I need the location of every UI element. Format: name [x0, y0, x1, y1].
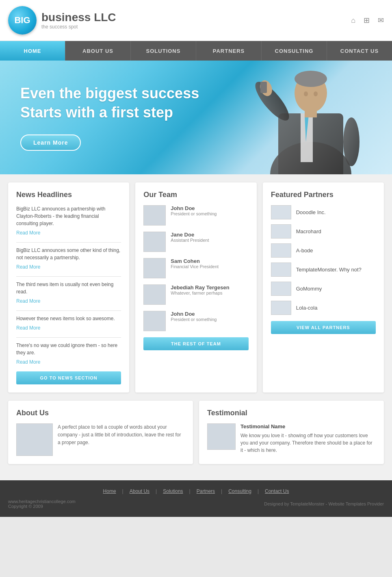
partner-logo	[271, 262, 291, 277]
news-card: News Headlines BigBiz LLC announces a pa…	[8, 182, 129, 393]
svg-rect-12	[305, 109, 317, 117]
svg-point-7	[295, 71, 327, 87]
news-item: BigBiz LLC announces some other kind of …	[16, 247, 121, 270]
testimonial-card: Testimonial Testimonial Name We know you…	[199, 401, 384, 464]
footer-link-consulting[interactable]: Consulting	[222, 488, 258, 494]
footer-bottom: www.heritagechristiancollege.comCopyrigh…	[8, 499, 384, 509]
read-more-link[interactable]: Read More	[16, 230, 40, 236]
member-name: Jebediah Ray Tergesen	[171, 284, 229, 291]
main-content: News Headlines BigBiz LLC announces a pa…	[0, 174, 392, 480]
news-text: There's no way we could ignore them - so…	[16, 342, 121, 356]
read-more-link[interactable]: Read More	[16, 298, 40, 304]
nav-solutions[interactable]: SOLUTIONS	[131, 41, 196, 61]
team-photo	[143, 311, 166, 331]
svg-rect-11	[260, 82, 267, 93]
footer-link-solutions[interactable]: Solutions	[157, 488, 189, 494]
read-more-link[interactable]: Read More	[16, 325, 40, 331]
svg-point-8	[304, 91, 308, 96]
footer-credit: Designed by TemplateMonster - Website Te…	[264, 501, 384, 506]
footer-nav: Home | About Us | Solutions | Partners |…	[8, 488, 384, 494]
member-title: President or something	[171, 317, 217, 322]
team-info: John Doe President or something	[171, 205, 217, 216]
partner-logo	[271, 224, 291, 239]
logo-icon[interactable]: BIG	[8, 6, 37, 35]
news-cta-button[interactable]: GO TO NEWS SECTION	[16, 371, 121, 384]
news-text: BigBiz LLC announces some other kind of …	[16, 247, 121, 261]
news-item: However these news items look so awesome…	[16, 315, 121, 331]
hero-section: Even the biggest success Starts with a f…	[0, 61, 392, 174]
news-item: The third news item is usually not even …	[16, 281, 121, 304]
footer-link-about[interactable]: About Us	[123, 488, 156, 494]
partner-item: A-bode	[271, 243, 376, 258]
about-title: About Us	[16, 409, 185, 417]
team-photo	[143, 232, 166, 252]
team-member: Jane Doe Assistant President	[143, 232, 248, 252]
read-more-link[interactable]: Read More	[16, 359, 40, 365]
news-title: News Headlines	[16, 191, 121, 199]
read-more-link[interactable]: Read More	[16, 264, 40, 270]
testimonial-content: Testimonial Name We know you love it - s…	[207, 423, 376, 454]
team-info: Jebediah Ray Tergesen Whatever, farmer p…	[171, 284, 229, 295]
about-card: About Us A perfect place to tell a coupl…	[8, 401, 193, 464]
team-photo	[143, 205, 166, 226]
nav-consulting[interactable]: CONSULTING	[262, 41, 327, 61]
bottom-section: About Us A perfect place to tell a coupl…	[8, 401, 384, 464]
mail-icon[interactable]: ✉	[378, 16, 384, 25]
partners-card: Featured Partners Dooodle Inc. Macrohard…	[263, 182, 384, 393]
nav-partners[interactable]: PARTNERS	[196, 41, 262, 61]
about-photo	[16, 423, 53, 456]
logo-text-area: business LLC the success spot	[41, 11, 116, 30]
news-text: However these news items look so awesome…	[16, 315, 121, 322]
team-card: Our Team John Doe President or something…	[135, 182, 256, 393]
hero-headline: Even the biggest success Starts with a f…	[20, 84, 199, 122]
partner-logo	[271, 205, 291, 219]
columns-section: News Headlines BigBiz LLC announces a pa…	[8, 182, 384, 393]
footer-link-home[interactable]: Home	[97, 488, 122, 494]
svg-point-4	[250, 77, 294, 125]
partner-name: Lola-cola	[296, 305, 318, 311]
nav-contact[interactable]: CONTACT US	[327, 41, 392, 61]
footer-link-contact[interactable]: Contact Us	[259, 488, 295, 494]
nav-about[interactable]: ABOUT US	[65, 41, 131, 61]
team-member: Sam Cohen Financial Vice President	[143, 258, 248, 278]
footer-link-partners[interactable]: Partners	[191, 488, 221, 494]
team-member: John Doe President or something	[143, 205, 248, 226]
testimonial-title: Testimonial	[207, 409, 376, 417]
logo-text: BIG	[14, 15, 30, 26]
separator	[16, 276, 121, 277]
news-item: There's no way we could ignore them - so…	[16, 342, 121, 365]
member-title: President or something	[171, 211, 217, 216]
team-member: Jebediah Ray Tergesen Whatever, farmer p…	[143, 284, 248, 305]
team-cta-button[interactable]: THE REST OF TEAM	[143, 337, 248, 350]
partners-title: Featured Partners	[271, 191, 376, 199]
team-member: John Doe President or something	[143, 311, 248, 331]
partner-item: Dooodle Inc.	[271, 205, 376, 219]
partner-name: Macrohard	[296, 228, 321, 234]
member-name: Jane Doe	[171, 232, 209, 238]
site-header: BIG business LLC the success spot ⌂ ⊞ ✉	[0, 0, 392, 41]
grid-icon[interactable]: ⊞	[364, 16, 370, 25]
testimonial-photo	[207, 423, 236, 450]
hero-image	[213, 61, 384, 174]
testimonial-body: We know you love it - showing off how yo…	[240, 432, 376, 454]
company-tagline: the success spot	[41, 24, 116, 30]
team-info: Jane Doe Assistant President	[171, 232, 209, 243]
header-icons: ⌂ ⊞ ✉	[351, 16, 384, 25]
partner-item: Macrohard	[271, 224, 376, 239]
hero-line2: Starts with a first step	[20, 104, 173, 121]
nav-home[interactable]: HOME	[0, 41, 65, 61]
member-title: Whatever, farmer perhaps	[171, 291, 229, 295]
hero-text: Even the biggest success Starts with a f…	[0, 68, 219, 167]
partner-name: TemplateMonster. Why not?	[296, 267, 362, 273]
home-icon[interactable]: ⌂	[351, 16, 355, 25]
site-footer: Home | About Us | Solutions | Partners |…	[0, 480, 392, 517]
partner-item: Lola-cola	[271, 301, 376, 315]
partner-name: A-bode	[296, 247, 313, 254]
news-item: BigBiz LLC announces a partnership with …	[16, 205, 121, 236]
partners-cta-button[interactable]: VIEW ALL PARTNERS	[271, 321, 376, 334]
learn-more-button[interactable]: Learn More	[20, 134, 81, 151]
member-title: Financial Vice President	[171, 264, 219, 269]
main-nav: HOME ABOUT US SOLUTIONS PARTNERS CONSULT…	[0, 41, 392, 61]
about-content: A perfect place to tell a couple of word…	[16, 423, 185, 456]
separator	[16, 242, 121, 243]
